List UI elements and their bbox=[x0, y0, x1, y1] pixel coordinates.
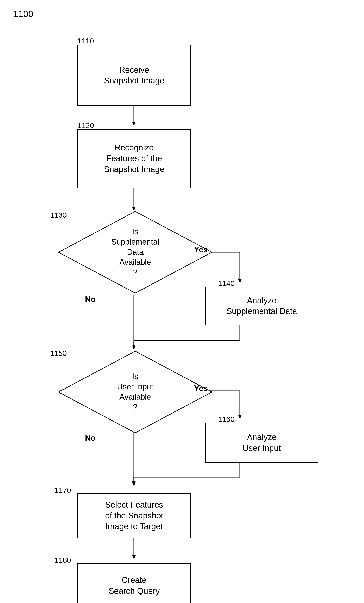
svg-marker-12 bbox=[132, 346, 136, 349]
svg-marker-10 bbox=[132, 345, 136, 348]
node-label-1110: 1110 bbox=[77, 37, 94, 45]
svg-marker-23 bbox=[132, 555, 136, 559]
diamond-text-1150: Is User Input Available ? bbox=[57, 349, 214, 435]
svg-marker-6 bbox=[238, 279, 242, 283]
node-label-1160: 1160 bbox=[218, 415, 235, 423]
node-label-1170: 1170 bbox=[55, 486, 71, 494]
diamond-text-1130: Is Supplemental Data Available ? bbox=[57, 210, 214, 295]
diagram-label: 1100 bbox=[13, 9, 33, 19]
arrow-label-no2: No bbox=[85, 433, 96, 443]
diamond-user-input: Is User Input Available ? bbox=[57, 349, 214, 435]
svg-marker-21 bbox=[132, 482, 136, 486]
node-label-1180: 1180 bbox=[55, 556, 71, 564]
box-receive-snapshot: Receive Snapshot Image bbox=[77, 45, 191, 106]
box-select-features: Select Features of the Snapshot Image to… bbox=[77, 493, 191, 538]
svg-marker-1 bbox=[132, 122, 136, 126]
arrow-label-no1: No bbox=[85, 295, 96, 304]
diamond-supplemental: Is Supplemental Data Available ? bbox=[57, 210, 214, 295]
flowchart-diagram: 1100 1110 bbox=[0, 0, 364, 603]
box-create-search-query: Create Search Query bbox=[77, 563, 191, 603]
box-recognize-features: Recognize Features of the Snapshot Image bbox=[77, 129, 191, 188]
box-analyze-supplemental: Analyze Supplemental Data bbox=[205, 287, 319, 325]
svg-marker-15 bbox=[238, 415, 242, 419]
box-analyze-user-input: Analyze User Input bbox=[205, 423, 319, 463]
node-label-1120: 1120 bbox=[77, 121, 94, 130]
svg-marker-19 bbox=[132, 481, 136, 485]
